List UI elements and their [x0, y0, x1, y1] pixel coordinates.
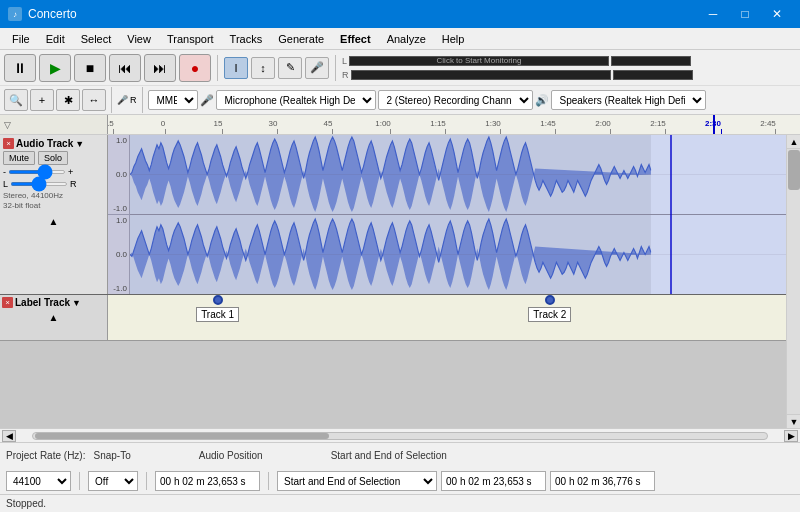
multi-tool-button[interactable]: ✱: [56, 89, 80, 111]
draw-tool-button[interactable]: ✎: [278, 57, 302, 79]
vscroll-thumb[interactable]: [788, 150, 800, 190]
menu-file[interactable]: File: [4, 28, 38, 49]
bottom-controls: Project Rate (Hz): Snap-To Audio Positio…: [0, 442, 800, 494]
vscroll-up-button[interactable]: ▲: [787, 135, 800, 149]
hscroll-track[interactable]: [32, 432, 768, 440]
menu-bar: File Edit Select View Transport Tracks G…: [0, 28, 800, 50]
tracks-container: × Audio Track ▼ Mute Solo - + L: [0, 135, 786, 428]
tick-15: 15: [218, 119, 227, 134]
output-device-select[interactable]: Speakers (Realtek High Definiti: [551, 90, 706, 110]
selection-label: Start and End of Selection: [331, 450, 447, 461]
tick-245: 2:45: [768, 119, 784, 134]
wave-channel-top[interactable]: [130, 135, 786, 215]
tick--15: -15: [108, 119, 120, 134]
bottom-row1: Project Rate (Hz): Snap-To Audio Positio…: [0, 443, 800, 469]
sel-end-input[interactable]: [550, 471, 655, 491]
mic-tool-button[interactable]: 🎤: [305, 57, 329, 79]
menu-edit[interactable]: Edit: [38, 28, 73, 49]
toolbar-row2: 🔍 + ✱ ↔ 🎤 R MME 🎤 Microphone (Realtek Hi…: [0, 86, 800, 114]
vscroll-track[interactable]: [787, 149, 800, 414]
vu-meter-2[interactable]: [351, 70, 611, 80]
vu-meter-1[interactable]: Click to Start Monitoring: [349, 56, 609, 66]
label-marker-2: Track 2: [528, 295, 571, 322]
toolbar-separator1: [217, 55, 218, 81]
menu-tracks[interactable]: Tracks: [222, 28, 271, 49]
vu-meters: L Click to Start Monitoring R: [342, 54, 693, 81]
label-track-content[interactable]: Track 1 Track 2: [108, 295, 786, 340]
label-expand-btn[interactable]: ▲: [49, 312, 59, 323]
audio-track-right: 1.0 0.0 -1.0 1.0 0.0 -1.0: [108, 135, 786, 294]
menu-analyze[interactable]: Analyze: [379, 28, 434, 49]
audio-track-pan: L R: [3, 179, 104, 189]
pause-button[interactable]: ⏸: [4, 54, 36, 82]
solo-button[interactable]: Solo: [38, 151, 68, 165]
vu-meter-r1[interactable]: [611, 56, 691, 66]
tick-100: 1:00: [383, 119, 399, 134]
channels-select[interactable]: 2 (Stereo) Recording Channels: [378, 90, 533, 110]
tick-230: 2:30: [713, 119, 729, 134]
output-icon: 🔊: [535, 94, 549, 107]
toolbar-separator2: [335, 55, 336, 81]
envelope-tool-button[interactable]: ↕: [251, 57, 275, 79]
wave-channel-bot[interactable]: [130, 215, 786, 294]
skip-forward-button[interactable]: ⏭: [144, 54, 176, 82]
audio-track-dropdown[interactable]: ▼: [75, 139, 84, 149]
vu-scale-label2: R: [342, 70, 349, 80]
menu-help[interactable]: Help: [434, 28, 473, 49]
menu-view[interactable]: View: [119, 28, 159, 49]
play-button[interactable]: ▶: [39, 54, 71, 82]
vu-scale-label1: L: [342, 56, 347, 66]
select-tool-button[interactable]: I: [224, 57, 248, 79]
menu-transport[interactable]: Transport: [159, 28, 222, 49]
close-button[interactable]: ✕: [762, 4, 792, 24]
hscrollbar: ◀ ▶: [0, 428, 800, 442]
host-select[interactable]: MME: [148, 90, 198, 110]
label-text-2: Track 2: [528, 307, 571, 322]
selection-type-select[interactable]: Start and End of Selection: [277, 471, 437, 491]
toolbar-separator4: [142, 87, 143, 113]
input-device-select[interactable]: Microphone (Realtek High Defini: [216, 90, 376, 110]
sel-start-input[interactable]: [441, 471, 546, 491]
project-rate-select[interactable]: 44100: [6, 471, 71, 491]
audio-track-close[interactable]: ×: [3, 138, 14, 149]
hand-tool-button[interactable]: ↔: [82, 89, 106, 111]
label-marker-1: Track 1: [196, 295, 239, 322]
menu-effect[interactable]: Effect: [332, 28, 379, 49]
volume-slider[interactable]: [8, 170, 66, 174]
zoom-tool-button[interactable]: 🔍: [4, 89, 28, 111]
zoom-in-button[interactable]: +: [30, 89, 54, 111]
hscroll-right-button[interactable]: ▶: [784, 430, 798, 442]
menu-generate[interactable]: Generate: [270, 28, 332, 49]
tick-115: 1:15: [438, 119, 454, 134]
audio-track-info: Stereo, 44100Hz 32-bit float: [3, 191, 104, 212]
pan-slider[interactable]: [10, 182, 68, 186]
vu-meter-r2[interactable]: [613, 70, 693, 80]
svg-rect-5: [651, 215, 786, 294]
hscroll-left-button[interactable]: ◀: [2, 430, 16, 442]
snap-to-select[interactable]: Off: [88, 471, 138, 491]
minimize-button[interactable]: ─: [698, 4, 728, 24]
app-window: ♪ Concerto ─ □ ✕ File Edit Select View T…: [0, 0, 800, 512]
mute-button[interactable]: Mute: [3, 151, 35, 165]
y-scale: 1.0 0.0 -1.0 1.0 0.0 -1.0: [108, 135, 130, 294]
record-button[interactable]: ●: [179, 54, 211, 82]
track-area: × Audio Track ▼ Mute Solo - + L: [0, 135, 800, 428]
label-pin-1: [213, 295, 223, 305]
label-track-dropdown[interactable]: ▼: [72, 298, 81, 308]
waveform-container[interactable]: [130, 135, 786, 294]
input-icon: 🎤: [200, 94, 214, 107]
audio-position-input[interactable]: [155, 471, 260, 491]
audio-track: × Audio Track ▼ Mute Solo - + L: [0, 135, 786, 295]
stop-button[interactable]: ■: [74, 54, 106, 82]
timeline-right[interactable]: -15 0 15 30 45 1:00: [108, 115, 800, 134]
expand-button[interactable]: ▲: [49, 216, 59, 227]
menu-select[interactable]: Select: [73, 28, 120, 49]
label-track-close[interactable]: ×: [2, 297, 13, 308]
maximize-button[interactable]: □: [730, 4, 760, 24]
empty-track-area: [0, 341, 786, 428]
vscroll-down-button[interactable]: ▼: [787, 414, 800, 428]
hscroll-thumb[interactable]: [35, 433, 329, 439]
playhead-indicator: [713, 115, 715, 134]
audio-track-mute-solo: Mute Solo: [3, 151, 104, 165]
skip-back-button[interactable]: ⏮: [109, 54, 141, 82]
